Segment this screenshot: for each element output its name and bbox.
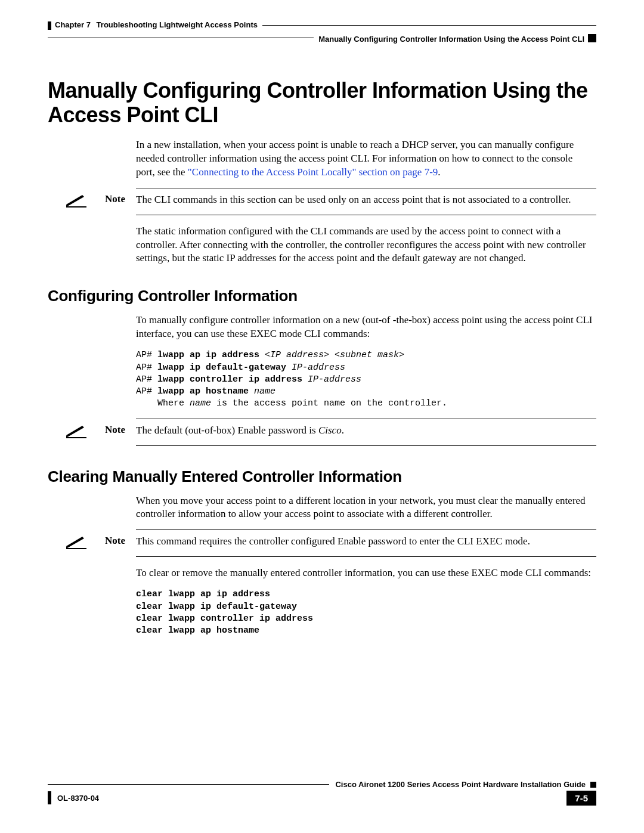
footer-left-bar-icon (48, 791, 51, 804)
cli-command: clear lwapp controller ip address (136, 614, 313, 624)
cli-prompt: AP# (136, 386, 157, 397)
note-rule-icon (136, 556, 596, 557)
cli-arg: <IP address> <subnet mask> (265, 350, 404, 360)
cli-note-i: name (190, 398, 211, 408)
header-bottom-line: Manually Configuring Controller Informat… (48, 32, 596, 44)
svg-rect-0 (66, 206, 86, 208)
note-pencil-icon (48, 424, 105, 441)
note-block: Note The CLI commands in this section ca… (48, 188, 596, 215)
cli-command: lwapp ap hostname (157, 386, 254, 397)
note-pencil-icon (48, 193, 105, 210)
note-label: Note (105, 193, 136, 205)
note-text-ital: Cisco (318, 425, 342, 436)
cli-arg: IP-address (308, 374, 361, 385)
cli-command: lwapp controller ip address (157, 374, 308, 385)
section-heading: Clearing Manually Entered Controller Inf… (48, 467, 596, 486)
svg-rect-2 (66, 548, 86, 549)
header-rule-icon (262, 25, 596, 26)
cli-command: clear lwapp ap hostname (136, 625, 259, 636)
cli-prompt: AP# (136, 374, 157, 385)
note-text: This command requires the controller con… (136, 535, 596, 549)
note-rule-icon (136, 529, 596, 530)
note-rule-icon (136, 445, 596, 446)
note-text: The default (out-of-box) Enable password… (136, 424, 596, 438)
running-header: Chapter 7 Troubleshooting Lightweight Ac… (55, 20, 258, 29)
body-paragraph: When you move your access point to a dif… (136, 494, 594, 522)
cli-arg: name (254, 386, 275, 397)
cli-command: clear lwapp ap ip address (136, 589, 270, 599)
page-title: Manually Configuring Controller Informat… (48, 78, 596, 128)
note-text-a: The default (out-of-box) Enable password… (136, 425, 318, 436)
note-rule-icon (136, 215, 596, 215)
chapter-title: Troubleshooting Lightweight Access Point… (97, 20, 258, 29)
header-left-bar-icon (48, 21, 51, 30)
footer-rule-icon (48, 784, 329, 785)
note-pencil-icon (48, 535, 105, 552)
cli-arg: IP-address (292, 363, 345, 373)
note-block: Note The default (out-of-box) Enable pas… (48, 419, 596, 446)
cli-note-b: is the access point name on the controll… (211, 398, 447, 408)
breadcrumb: Manually Configuring Controller Informat… (318, 35, 584, 44)
svg-rect-1 (66, 437, 86, 438)
cli-prompt: AP# (136, 363, 157, 373)
cli-command: clear lwapp ip default-gateway (136, 602, 297, 612)
body-paragraph: The static information configured with t… (136, 225, 594, 266)
header-top-line: Chapter 7 Troubleshooting Lightweight Ac… (48, 20, 596, 30)
page-number-badge: 7-5 (566, 791, 596, 806)
body-paragraph: To clear or remove the manually entered … (136, 566, 594, 580)
cli-block: clear lwapp ap ip address clear lwapp ip… (136, 589, 596, 637)
note-label: Note (105, 424, 136, 436)
intro-paragraph: In a new installation, when your access … (136, 138, 594, 179)
note-rule-icon (136, 188, 596, 188)
page-footer: Cisco Aironet 1200 Series Access Point H… (48, 780, 596, 804)
xref-link[interactable]: "Connecting to the Access Point Locally"… (188, 166, 438, 178)
chapter-number: Chapter 7 (55, 20, 91, 29)
cli-note-a: Where (136, 398, 190, 408)
note-label: Note (105, 535, 136, 547)
cli-block: AP# lwapp ap ip address <IP address> <su… (136, 349, 596, 410)
body-paragraph: To manually configure controller informa… (136, 314, 594, 341)
header-right-square-icon (588, 34, 596, 42)
intro-text-b: . (438, 166, 440, 178)
footer-guide-title: Cisco Aironet 1200 Series Access Point H… (335, 780, 586, 789)
cli-command: lwapp ip default-gateway (157, 363, 292, 373)
note-rule-icon (136, 419, 596, 419)
note-text: The CLI commands in this section can be … (136, 193, 596, 207)
note-block: Note This command requires the controlle… (48, 529, 596, 557)
cli-prompt: AP# (136, 350, 157, 360)
cli-command: lwapp ap ip address (157, 350, 265, 360)
section-heading: Configuring Controller Information (48, 287, 596, 305)
footer-doc-number: OL-8370-04 (57, 794, 596, 803)
footer-square-icon (590, 782, 596, 788)
header-rule-icon (48, 38, 314, 38)
page: Chapter 7 Troubleshooting Lightweight Ac… (0, 0, 644, 833)
note-text-b: . (342, 425, 344, 436)
